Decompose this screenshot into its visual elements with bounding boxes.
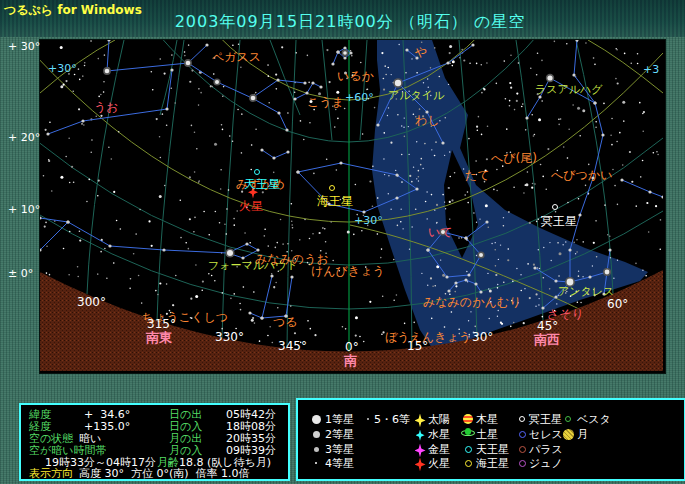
- page-title: 2003年09月15日21時00分 （明石） の星空: [140, 12, 560, 33]
- legend-label: セレス: [529, 429, 563, 440]
- info-value: 18時08分: [226, 421, 276, 432]
- symbol-legend-panel: 1等星2等星3等星4等星5・6等太陽水星金星火星木星土星天王星海王星冥王星セレス…: [296, 398, 685, 481]
- info-value: 20時35分: [226, 433, 276, 444]
- info-label: 日の出: [169, 409, 202, 420]
- legend-label: 水星: [428, 429, 450, 440]
- info-label: 月の出: [169, 433, 202, 444]
- app-logo: つるぷら for Windows: [4, 2, 142, 19]
- legend-label: 土星: [476, 429, 498, 440]
- bright-star-kaus: [441, 230, 445, 234]
- info-label: 空の状態: [29, 433, 73, 444]
- mag56-star-icon: [367, 418, 369, 420]
- legend-label: 冥王星: [529, 414, 562, 425]
- legend-label: 海王星: [476, 458, 509, 469]
- mag3-star-icon: [314, 447, 319, 452]
- info-label: 経度: [29, 421, 51, 432]
- bright-star-sualocin: [343, 51, 347, 55]
- juno-icon: [519, 460, 526, 467]
- bright-star-scheat: [186, 61, 191, 66]
- mag1-star-icon: [312, 415, 321, 424]
- star-chart[interactable]: [39, 39, 666, 374]
- info-label: 月の入: [169, 445, 202, 456]
- pallas-icon: [519, 446, 526, 453]
- altitude-label: + 20°: [8, 132, 40, 143]
- legend-label: 火星: [428, 458, 450, 469]
- legend-label: 2等星: [325, 429, 354, 440]
- bright-star-altair: [395, 80, 401, 86]
- mag4-star-icon: [315, 462, 318, 465]
- jupiter-icon: [463, 414, 473, 424]
- saturn-icon: [462, 428, 474, 436]
- legend-label: 4等星: [325, 458, 354, 469]
- bright-star-fomalhaut: [227, 250, 233, 256]
- legend-label: パラス: [529, 444, 563, 455]
- legend-label: 太陽: [428, 414, 450, 425]
- sun-icon: [415, 414, 426, 428]
- bright-star-nunki: [479, 253, 483, 257]
- venus-icon: [415, 444, 426, 458]
- uranus-icon: [465, 446, 472, 453]
- legend-label: ジュノ: [529, 458, 563, 469]
- bright-star-rasalhague: [547, 75, 552, 80]
- info-value: 高度 30° 方位 0°(南) 倍率 1.0倍: [79, 468, 250, 479]
- bright-star-homam: [215, 80, 219, 84]
- legend-label: 月: [577, 429, 588, 440]
- observation-info-panel: 緯度+ 34.6°日の出05時42分経度+135.0°日の入18時08分空の状態…: [19, 403, 290, 481]
- legend-label: 天王星: [476, 444, 509, 455]
- info-value: 05時42分: [226, 409, 276, 420]
- mag2-star-icon: [313, 431, 320, 438]
- bright-star-antares: [567, 279, 574, 286]
- app-window: { "app": { "logo": "つるぷら for Windows", "…: [0, 0, 685, 484]
- altitude-label: ± 0°: [8, 268, 33, 279]
- info-label: 表示方向: [29, 468, 73, 479]
- info-value: 09時39分: [226, 445, 276, 456]
- bright-star-algenib: [105, 69, 110, 74]
- neptune-icon: [465, 460, 472, 467]
- moon-icon: [563, 429, 574, 440]
- info-label: 日の入: [169, 421, 202, 432]
- altitude-label: + 10°: [8, 204, 40, 215]
- ceres-icon: [519, 431, 526, 438]
- info-value: 暗い: [79, 433, 101, 444]
- vesta-icon: [565, 416, 571, 422]
- legend-label: ベスタ: [577, 414, 611, 425]
- legend-label: 木星: [476, 414, 498, 425]
- legend-label: 金星: [428, 444, 450, 455]
- altitude-label: + 30°: [8, 41, 40, 52]
- mercury-icon: [416, 430, 425, 441]
- pluto-icon: [519, 416, 525, 422]
- mars-icon: [415, 458, 426, 472]
- info-label: 緯度: [29, 409, 51, 420]
- bright-star-sabik: [605, 270, 610, 275]
- sky-canvas[interactable]: [40, 40, 663, 371]
- info-value: + 34.6°: [84, 409, 130, 420]
- legend-label: 5・6等: [374, 414, 410, 425]
- legend-label: 1等星: [325, 414, 354, 425]
- legend-label: 3等星: [325, 444, 354, 455]
- info-value: +135.0°: [84, 421, 130, 432]
- info-label: 空が暗い時間帯: [29, 445, 107, 456]
- bright-star-markab: [251, 96, 256, 101]
